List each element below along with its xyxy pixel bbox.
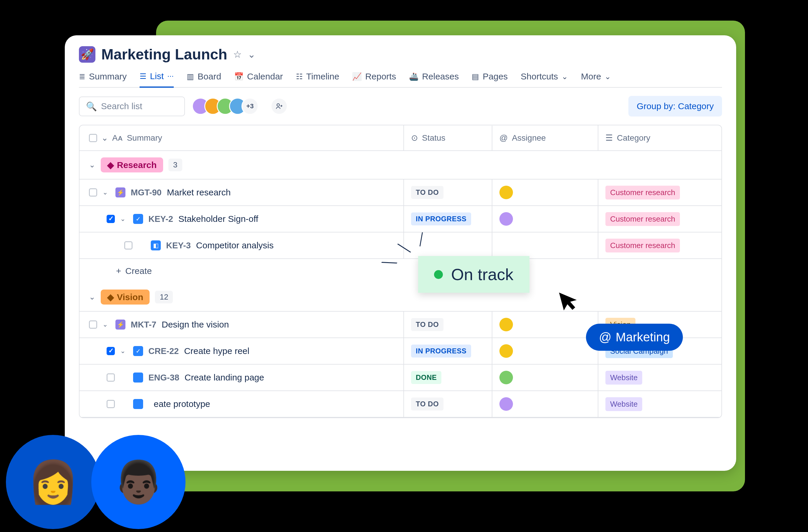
issue-title[interactable]: Create landing page [185, 373, 264, 382]
tab-list[interactable]: ☰List⋯ [140, 71, 174, 88]
category-badge[interactable]: Website [605, 371, 642, 385]
tab-more-label: More [581, 72, 601, 81]
avatar-overflow[interactable]: +3 [241, 98, 259, 115]
row-checkbox[interactable] [89, 188, 97, 196]
issue-key[interactable]: KEY-2 [148, 214, 173, 224]
mention-pill[interactable]: @ Marketing [586, 324, 683, 351]
table-row[interactable]: ENG-38 Create landing page DONE Website [79, 365, 721, 391]
tab-list-more-icon[interactable]: ⋯ [167, 72, 174, 80]
row-checkbox[interactable] [107, 374, 115, 382]
tab-releases-label: Releases [422, 72, 459, 81]
col-summary-label: Summary [127, 133, 162, 143]
row-checkbox[interactable] [107, 400, 115, 408]
issue-table: ⌄ Aᴀ Summary ⊙ Status @ Assignee ☰ Categ… [79, 125, 722, 418]
status-badge[interactable]: IN PROGRESS [411, 345, 471, 358]
tab-shortcuts[interactable]: Shortcuts⌄ [520, 71, 568, 87]
project-icon[interactable]: 🚀 [79, 46, 95, 63]
category-badge[interactable]: Customer research [605, 186, 680, 200]
tab-reports[interactable]: 📈Reports [352, 71, 396, 87]
tab-calendar[interactable]: 📅Calendar [234, 71, 283, 87]
assignee-avatar[interactable] [499, 371, 513, 384]
board-icon: ▥ [187, 72, 194, 81]
tab-releases[interactable]: 🚢Releases [409, 71, 459, 87]
tab-timeline[interactable]: ☷Timeline [296, 71, 339, 87]
issue-type-icon: ⚡ [115, 320, 125, 329]
issue-key[interactable]: CRE-22 [148, 346, 179, 356]
assignee-avatar[interactable] [499, 318, 513, 331]
table-row[interactable]: ⌄ ⚡ MGT-90 Market research TO DO Custome… [79, 179, 721, 206]
star-icon[interactable]: ☆ [233, 49, 242, 60]
select-all-checkbox[interactable] [89, 134, 97, 142]
status-badge[interactable]: TO DO [411, 398, 443, 411]
col-status[interactable]: ⊙ Status [403, 125, 492, 150]
group-pill[interactable]: ◆ Research [101, 157, 163, 172]
col-assignee[interactable]: @ Assignee [492, 126, 598, 150]
group-count: 3 [168, 158, 182, 171]
issue-key[interactable]: MKT-7 [131, 320, 157, 329]
chevron-down-icon[interactable]: ⌄ [120, 347, 128, 355]
project-chevron-icon[interactable]: ⌄ [247, 49, 256, 60]
search-input[interactable]: 🔍 Search list [79, 96, 185, 116]
category-badge[interactable]: Website [605, 397, 642, 411]
chevron-down-icon[interactable]: ⌄ [89, 292, 95, 302]
status-badge[interactable]: IN PROGRESS [411, 212, 471, 225]
category-badge[interactable]: Customer research [605, 212, 680, 226]
assignee-icon: @ [499, 133, 508, 143]
table-row[interactable]: ⌄ ✓ KEY-2 Stakeholder Sign-off IN PROGRE… [79, 206, 721, 232]
issue-title[interactable]: Stakeholder Sign-off [179, 214, 258, 224]
issue-title[interactable]: Market research [167, 187, 231, 197]
tab-board[interactable]: ▥Board [187, 71, 221, 87]
app-window: 🚀 Marketing Launch ☆ ⌄ ≣Summary ☰List⋯ ▥… [65, 35, 736, 471]
assignee-avatar[interactable] [499, 397, 513, 411]
issue-title[interactable]: Design the vision [162, 320, 229, 329]
chevron-down-icon[interactable]: ⌄ [103, 189, 110, 196]
row-checkbox[interactable] [107, 215, 115, 223]
add-person-button[interactable] [272, 99, 287, 114]
tab-more[interactable]: More⌄ [581, 71, 611, 87]
chevron-down-icon[interactable]: ⌄ [89, 160, 95, 170]
issue-key[interactable]: MGT-90 [131, 188, 162, 197]
issue-title[interactable]: Create hype reel [184, 346, 250, 356]
search-placeholder: Search list [101, 101, 142, 111]
status-icon: ⊙ [411, 133, 418, 143]
chevron-down-icon[interactable]: ⌄ [120, 215, 128, 223]
group-by-button[interactable]: Group by: Category [628, 96, 722, 116]
issue-key[interactable]: ENG-38 [148, 373, 179, 382]
create-row[interactable]: +Create [79, 259, 721, 283]
col-category-label: Category [617, 133, 650, 143]
assignee-avatar[interactable] [499, 212, 513, 226]
issue-title[interactable]: eate prototype [154, 399, 210, 409]
col-category[interactable]: ☰ Category [598, 125, 721, 150]
group-header[interactable]: ⌄ ◆ Research 3 [79, 151, 721, 179]
releases-icon: 🚢 [409, 72, 418, 81]
chevron-down-icon[interactable]: ⌄ [101, 133, 108, 143]
mention-label: Marketing [616, 330, 670, 344]
issue-title[interactable]: Competitor analysis [196, 241, 274, 250]
row-checkbox[interactable] [89, 320, 97, 329]
status-badge[interactable]: TO DO [411, 318, 443, 331]
status-overlay-ontrack[interactable]: On track [418, 256, 529, 293]
assignee-avatar[interactable] [499, 186, 513, 199]
category-badge[interactable]: Customer research [605, 239, 680, 252]
chevron-down-icon[interactable]: ⌄ [103, 321, 110, 328]
status-badge[interactable]: TO DO [411, 186, 443, 199]
tab-timeline-label: Timeline [306, 72, 339, 81]
tab-pages[interactable]: ▤Pages [472, 71, 508, 87]
svg-point-0 [277, 103, 279, 106]
tab-summary[interactable]: ≣Summary [79, 71, 127, 87]
status-badge[interactable]: DONE [411, 371, 441, 384]
col-summary[interactable]: ⌄ Aᴀ Summary [79, 125, 403, 150]
row-checkbox[interactable] [124, 241, 132, 249]
table-row[interactable]: eate prototype TO DO Website [79, 391, 721, 418]
at-icon: @ [599, 330, 611, 344]
avatar-stack[interactable]: +3 [192, 98, 259, 115]
calendar-icon: 📅 [234, 72, 243, 81]
row-checkbox[interactable] [107, 347, 115, 355]
group-pill[interactable]: ◆ Vision [101, 289, 150, 305]
issue-key[interactable]: KEY-3 [166, 241, 191, 250]
assignee-avatar[interactable] [499, 344, 513, 358]
title-row: 🚀 Marketing Launch ☆ ⌄ [79, 46, 722, 63]
decorative-avatar: 👩 [6, 435, 100, 529]
issue-type-icon [133, 373, 143, 382]
group-header[interactable]: ⌄ ◆ Vision 12 [79, 283, 721, 311]
